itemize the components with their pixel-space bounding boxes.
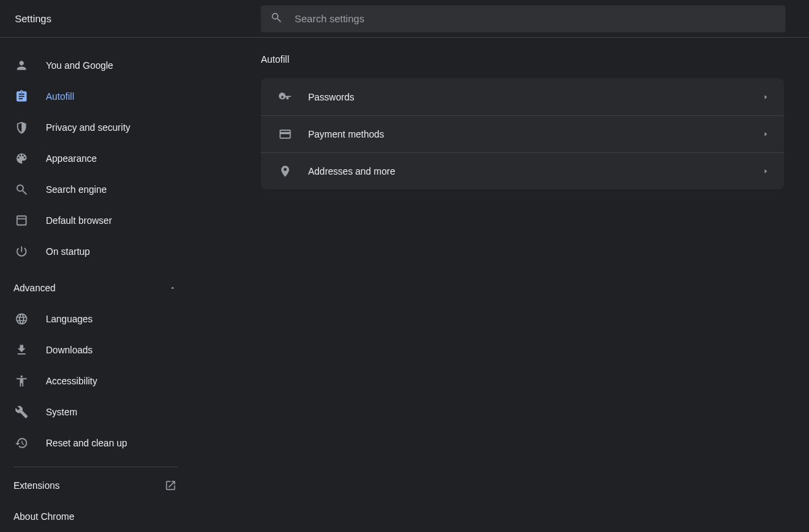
sidebar-item-languages[interactable]: Languages <box>0 303 191 334</box>
sidebar-item-label: Accessibility <box>46 376 97 386</box>
sidebar-item-on-startup[interactable]: On startup <box>0 236 191 267</box>
sidebar-item-accessibility[interactable]: Accessibility <box>0 365 191 396</box>
power-icon <box>15 245 28 258</box>
sidebar-item-label: On startup <box>46 246 90 257</box>
sidebar-item-reset[interactable]: Reset and clean up <box>0 427 191 459</box>
palette-icon <box>15 152 28 165</box>
accessibility-icon <box>15 374 28 388</box>
sidebar-item-label: Languages <box>46 314 92 324</box>
chevron-right-icon <box>762 131 769 138</box>
wrench-icon <box>15 405 28 419</box>
sidebar-item-system[interactable]: System <box>0 396 191 427</box>
chevron-right-icon <box>762 168 769 175</box>
sidebar-item-extensions[interactable]: Extensions <box>0 470 191 501</box>
sidebar-item-label: Appearance <box>46 153 97 164</box>
sidebar-advanced-toggle[interactable]: Advanced <box>0 272 191 303</box>
row-label: Addresses and more <box>308 166 762 177</box>
sidebar-item-label: About Chrome <box>13 511 177 522</box>
key-icon <box>278 90 292 104</box>
sidebar-advanced-label: Advanced <box>13 283 169 293</box>
sidebar-item-downloads[interactable]: Downloads <box>0 334 191 365</box>
sidebar: You and Google Autofill Privacy and secu… <box>0 38 191 532</box>
sidebar-item-label: You and Google <box>46 60 113 71</box>
sidebar-item-label: Extensions <box>13 480 164 491</box>
row-payment-methods[interactable]: Payment methods <box>261 115 784 152</box>
sidebar-item-label: Search engine <box>46 184 107 195</box>
section-title: Autofill <box>261 54 793 65</box>
search-box[interactable] <box>261 5 785 32</box>
row-label: Passwords <box>308 92 762 102</box>
row-passwords[interactable]: Passwords <box>261 78 784 115</box>
sidebar-item-about[interactable]: About Chrome <box>0 501 191 532</box>
sidebar-item-default-browser[interactable]: Default browser <box>0 205 191 236</box>
chevron-up-icon <box>169 284 177 292</box>
sidebar-item-label: Downloads <box>46 345 92 355</box>
search-icon <box>270 11 282 26</box>
person-icon <box>15 59 28 72</box>
credit-card-icon <box>278 127 292 141</box>
autofill-card: Passwords Payment methods Addresses an <box>261 78 784 189</box>
row-addresses[interactable]: Addresses and more <box>261 152 784 189</box>
sidebar-item-label: Autofill <box>46 91 74 102</box>
topbar: Settings <box>0 0 809 38</box>
chevron-right-icon <box>762 94 769 100</box>
restore-icon <box>15 436 28 450</box>
sidebar-item-label: Privacy and security <box>46 122 130 133</box>
shield-icon <box>15 121 28 134</box>
search-icon <box>15 183 28 196</box>
sidebar-item-appearance[interactable]: Appearance <box>0 143 191 174</box>
clipboard-icon <box>15 90 28 103</box>
open-in-new-icon <box>164 479 177 492</box>
globe-icon <box>15 312 28 326</box>
download-icon <box>15 343 28 357</box>
sidebar-item-label: Default browser <box>46 215 112 226</box>
location-icon <box>278 165 292 178</box>
sidebar-item-label: Reset and clean up <box>46 438 127 448</box>
row-label: Payment methods <box>308 129 762 140</box>
sidebar-item-you-and-google[interactable]: You and Google <box>0 50 191 81</box>
sidebar-divider <box>13 467 178 467</box>
main-content: Autofill Passwords Payment methods <box>191 38 809 532</box>
sidebar-item-autofill[interactable]: Autofill <box>0 81 191 112</box>
app-title: Settings <box>15 13 191 24</box>
sidebar-item-search-engine[interactable]: Search engine <box>0 174 191 205</box>
sidebar-item-privacy[interactable]: Privacy and security <box>0 112 191 143</box>
browser-icon <box>15 214 28 227</box>
search-input[interactable] <box>295 13 776 24</box>
sidebar-item-label: System <box>46 407 78 417</box>
